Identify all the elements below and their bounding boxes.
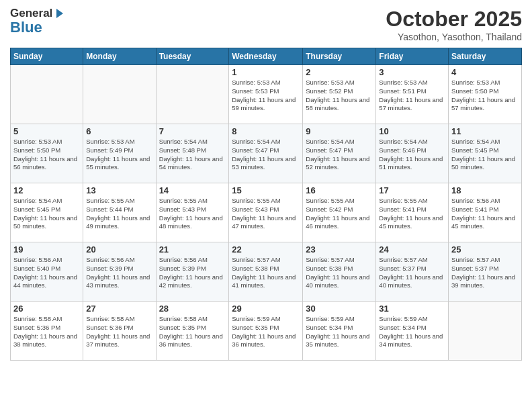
day-number: 7	[159, 126, 226, 136]
day-number: 19	[13, 244, 80, 255]
day-number: 11	[451, 126, 519, 136]
calendar-cell: 6Sunrise: 5:53 AM Sunset: 5:49 PM Daylig…	[83, 124, 156, 183]
calendar-cell: 21Sunrise: 5:56 AM Sunset: 5:39 PM Dayli…	[156, 242, 229, 302]
day-number: 12	[13, 185, 80, 195]
day-info: Sunrise: 5:53 AM Sunset: 5:52 PM Dayligh…	[306, 79, 373, 113]
weekday-header: Wednesday	[229, 48, 303, 65]
day-info: Sunrise: 5:53 AM Sunset: 5:50 PM Dayligh…	[13, 138, 80, 172]
day-info: Sunrise: 5:57 AM Sunset: 5:38 PM Dayligh…	[232, 256, 300, 290]
calendar-cell: 22Sunrise: 5:57 AM Sunset: 5:38 PM Dayli…	[229, 242, 303, 302]
day-number: 21	[159, 244, 226, 255]
day-info: Sunrise: 5:56 AM Sunset: 5:39 PM Dayligh…	[86, 256, 152, 290]
title-area: October 2025 Yasothon, Yasothon, Thailan…	[386, 7, 522, 42]
calendar-week-row: 5Sunrise: 5:53 AM Sunset: 5:50 PM Daylig…	[11, 124, 522, 183]
day-info: Sunrise: 5:54 AM Sunset: 5:47 PM Dayligh…	[306, 138, 373, 172]
day-number: 31	[379, 304, 445, 314]
calendar-cell: 26Sunrise: 5:58 AM Sunset: 5:36 PM Dayli…	[11, 302, 83, 361]
day-number: 8	[232, 126, 300, 136]
calendar-cell: 4Sunrise: 5:53 AM Sunset: 5:50 PM Daylig…	[449, 65, 522, 124]
location: Yasothon, Yasothon, Thailand	[386, 32, 522, 42]
weekday-header: Sunday	[11, 48, 83, 65]
calendar-cell: 30Sunrise: 5:59 AM Sunset: 5:34 PM Dayli…	[303, 302, 376, 361]
day-info: Sunrise: 5:55 AM Sunset: 5:43 PM Dayligh…	[232, 197, 300, 231]
calendar-cell: 24Sunrise: 5:57 AM Sunset: 5:37 PM Dayli…	[376, 242, 449, 302]
day-info: Sunrise: 5:55 AM Sunset: 5:41 PM Dayligh…	[379, 197, 445, 231]
calendar-cell: 28Sunrise: 5:58 AM Sunset: 5:35 PM Dayli…	[156, 302, 229, 361]
calendar-cell: 9Sunrise: 5:54 AM Sunset: 5:47 PM Daylig…	[303, 124, 376, 183]
day-number: 13	[86, 185, 152, 195]
day-number: 2	[306, 67, 373, 77]
day-number: 25	[451, 244, 519, 255]
day-number: 20	[86, 244, 152, 255]
calendar-cell: 15Sunrise: 5:55 AM Sunset: 5:43 PM Dayli…	[229, 183, 303, 242]
calendar-cell: 3Sunrise: 5:53 AM Sunset: 5:51 PM Daylig…	[376, 65, 449, 124]
day-info: Sunrise: 5:55 AM Sunset: 5:44 PM Dayligh…	[86, 197, 152, 231]
day-number: 17	[379, 185, 445, 195]
day-number: 24	[379, 244, 445, 255]
logo-general: General	[10, 7, 52, 20]
day-info: Sunrise: 5:54 AM Sunset: 5:45 PM Dayligh…	[451, 138, 519, 172]
day-info: Sunrise: 5:53 AM Sunset: 5:53 PM Dayligh…	[232, 79, 300, 113]
day-number: 9	[306, 126, 373, 136]
day-number: 23	[306, 244, 373, 255]
weekday-header: Tuesday	[156, 48, 229, 65]
day-info: Sunrise: 5:59 AM Sunset: 5:35 PM Dayligh…	[232, 315, 300, 349]
calendar-cell: 10Sunrise: 5:54 AM Sunset: 5:46 PM Dayli…	[376, 124, 449, 183]
day-info: Sunrise: 5:55 AM Sunset: 5:42 PM Dayligh…	[306, 197, 373, 231]
day-number: 14	[159, 185, 226, 195]
calendar-cell: 11Sunrise: 5:54 AM Sunset: 5:45 PM Dayli…	[449, 124, 522, 183]
calendar-week-row: 12Sunrise: 5:54 AM Sunset: 5:45 PM Dayli…	[11, 183, 522, 242]
calendar-cell: 23Sunrise: 5:57 AM Sunset: 5:38 PM Dayli…	[303, 242, 376, 302]
calendar-cell: 25Sunrise: 5:57 AM Sunset: 5:37 PM Dayli…	[449, 242, 522, 302]
day-number: 28	[159, 304, 226, 314]
logo-arrow-icon	[54, 7, 66, 19]
weekday-header: Friday	[376, 48, 449, 65]
calendar-cell: 5Sunrise: 5:53 AM Sunset: 5:50 PM Daylig…	[11, 124, 83, 183]
calendar-week-row: 26Sunrise: 5:58 AM Sunset: 5:36 PM Dayli…	[11, 302, 522, 361]
day-number: 1	[232, 67, 300, 77]
day-number: 29	[232, 304, 300, 314]
day-number: 3	[379, 67, 445, 77]
day-info: Sunrise: 5:54 AM Sunset: 5:48 PM Dayligh…	[159, 138, 226, 172]
weekday-header: Monday	[83, 48, 156, 65]
calendar-cell	[156, 65, 229, 124]
calendar-cell: 17Sunrise: 5:55 AM Sunset: 5:41 PM Dayli…	[376, 183, 449, 242]
day-info: Sunrise: 5:53 AM Sunset: 5:51 PM Dayligh…	[379, 79, 445, 113]
day-info: Sunrise: 5:58 AM Sunset: 5:36 PM Dayligh…	[86, 315, 152, 349]
day-info: Sunrise: 5:57 AM Sunset: 5:37 PM Dayligh…	[379, 256, 445, 290]
day-number: 22	[232, 244, 300, 255]
calendar-cell: 14Sunrise: 5:55 AM Sunset: 5:43 PM Dayli…	[156, 183, 229, 242]
day-info: Sunrise: 5:56 AM Sunset: 5:39 PM Dayligh…	[159, 256, 226, 290]
calendar-cell	[83, 65, 156, 124]
calendar-cell: 18Sunrise: 5:56 AM Sunset: 5:41 PM Dayli…	[449, 183, 522, 242]
day-info: Sunrise: 5:56 AM Sunset: 5:40 PM Dayligh…	[13, 256, 80, 290]
calendar-cell: 2Sunrise: 5:53 AM Sunset: 5:52 PM Daylig…	[303, 65, 376, 124]
day-info: Sunrise: 5:57 AM Sunset: 5:38 PM Dayligh…	[306, 256, 373, 290]
calendar-cell	[11, 65, 83, 124]
day-info: Sunrise: 5:54 AM Sunset: 5:47 PM Dayligh…	[232, 138, 300, 172]
calendar-cell: 19Sunrise: 5:56 AM Sunset: 5:40 PM Dayli…	[11, 242, 83, 302]
weekday-header-row: SundayMondayTuesdayWednesdayThursdayFrid…	[11, 48, 522, 65]
calendar-cell: 1Sunrise: 5:53 AM Sunset: 5:53 PM Daylig…	[229, 65, 303, 124]
calendar-cell: 20Sunrise: 5:56 AM Sunset: 5:39 PM Dayli…	[83, 242, 156, 302]
month-title: October 2025	[386, 7, 522, 32]
calendar-cell: 8Sunrise: 5:54 AM Sunset: 5:47 PM Daylig…	[229, 124, 303, 183]
day-info: Sunrise: 5:59 AM Sunset: 5:34 PM Dayligh…	[379, 315, 445, 349]
day-number: 27	[86, 304, 152, 314]
calendar-cell: 27Sunrise: 5:58 AM Sunset: 5:36 PM Dayli…	[83, 302, 156, 361]
day-info: Sunrise: 5:59 AM Sunset: 5:34 PM Dayligh…	[306, 315, 373, 349]
day-info: Sunrise: 5:54 AM Sunset: 5:45 PM Dayligh…	[13, 197, 80, 231]
calendar-cell: 7Sunrise: 5:54 AM Sunset: 5:48 PM Daylig…	[156, 124, 229, 183]
day-info: Sunrise: 5:54 AM Sunset: 5:46 PM Dayligh…	[379, 138, 445, 172]
day-number: 26	[13, 304, 80, 314]
day-info: Sunrise: 5:58 AM Sunset: 5:35 PM Dayligh…	[159, 315, 226, 349]
weekday-header: Saturday	[449, 48, 522, 65]
day-info: Sunrise: 5:53 AM Sunset: 5:50 PM Dayligh…	[451, 79, 519, 113]
logo-blue: Blue	[10, 20, 42, 35]
day-number: 6	[86, 126, 152, 136]
day-info: Sunrise: 5:57 AM Sunset: 5:37 PM Dayligh…	[451, 256, 519, 290]
day-number: 18	[451, 185, 519, 195]
day-number: 16	[306, 185, 373, 195]
svg-marker-0	[56, 9, 63, 18]
calendar-table: SundayMondayTuesdayWednesdayThursdayFrid…	[10, 48, 522, 361]
